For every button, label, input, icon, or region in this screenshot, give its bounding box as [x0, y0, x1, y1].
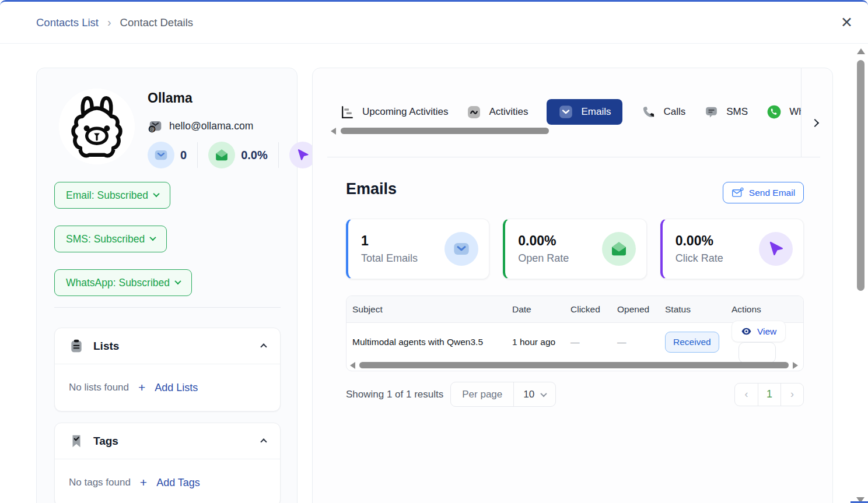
email-stat-cards: 1 Total Emails 0.00% Open Rate — [346, 219, 804, 279]
tags-title: Tags — [93, 435, 118, 448]
add-lists-button[interactable]: Add Lists — [155, 382, 198, 394]
click-rate-value: 0.00% — [676, 233, 723, 249]
tags-section-header[interactable]: Tags — [55, 423, 280, 459]
whatsapp-subscription-dropdown[interactable]: WhatsApp: Subscribed — [54, 269, 192, 296]
open-rate-label: Open Rate — [518, 252, 569, 265]
tab-label: Emails — [581, 106, 611, 118]
scrollbar-thumb[interactable] — [857, 60, 864, 291]
lists-empty-text: No lists found — [69, 382, 129, 393]
open-rate-value: 0.00% — [518, 233, 569, 249]
breadcrumb-separator-icon: › — [107, 16, 111, 29]
emails-count-stat: 0 — [148, 142, 187, 168]
envelope-at-icon: @ — [148, 118, 163, 133]
status-badge[interactable]: Received — [665, 332, 719, 353]
collapse-chevron-up-icon[interactable] — [261, 436, 266, 446]
total-emails-label: Total Emails — [361, 252, 418, 265]
scroll-up-arrow-icon[interactable] — [857, 48, 865, 54]
close-icon[interactable]: ✕ — [841, 15, 853, 30]
scroll-left-arrow-icon[interactable] — [350, 362, 355, 369]
chevron-down-icon — [150, 234, 156, 240]
emails-panel-title: Emails — [346, 180, 397, 198]
divider — [54, 307, 281, 308]
tab-calls[interactable]: Calls — [641, 105, 685, 119]
collapse-chevron-up-icon[interactable] — [261, 341, 266, 351]
plus-icon: + — [140, 476, 147, 490]
breadcrumb-contact-details: Contact Details — [120, 16, 193, 29]
chevron-right-icon — [811, 119, 819, 127]
vertical-scrollbar[interactable] — [854, 46, 867, 503]
email-subscription-dropdown[interactable]: Email: Subscribed — [54, 182, 170, 209]
avatar — [59, 89, 135, 164]
lists-section: Lists No lists found + Add Lists — [54, 328, 281, 411]
header-date: Date — [512, 304, 570, 315]
open-envelope-icon — [208, 142, 235, 168]
next-page-button[interactable]: › — [780, 384, 803, 406]
breadcrumb-contacts-list[interactable]: Contacts List — [36, 16, 99, 29]
sms-subscription-label: SMS: Subscribed — [66, 233, 145, 245]
click-cursor-icon — [759, 232, 793, 266]
contact-summary-card: Ollama @ hello@ollama.com 0 — [36, 68, 298, 503]
plus-icon: + — [138, 381, 145, 395]
tab-sms[interactable]: SMS — [704, 105, 748, 119]
per-page-control: Per page 10 — [450, 382, 556, 407]
sms-subscription-dropdown[interactable]: SMS: Subscribed — [54, 226, 167, 252]
contact-name: Ollama — [148, 90, 192, 106]
send-email-icon — [732, 187, 744, 199]
tab-activities[interactable]: Activities — [467, 105, 528, 119]
open-envelope-icon — [602, 232, 636, 266]
current-page[interactable]: 1 — [758, 384, 780, 406]
tab-label: SMS — [726, 106, 748, 118]
cell-opened: — — [617, 337, 665, 347]
divider — [327, 157, 820, 157]
header-subject: Subject — [346, 304, 512, 315]
header-clicked: Clicked — [570, 304, 617, 315]
tags-empty-text: No tags found — [69, 477, 131, 488]
total-emails-card: 1 Total Emails — [346, 219, 489, 279]
tab-label: WhatsApp — [789, 106, 801, 118]
chat-bubble-icon — [704, 105, 719, 119]
open-rate-stat: 0.0% — [208, 142, 268, 168]
tabs-scroll-next-button[interactable] — [807, 114, 822, 132]
gantt-chart-icon — [340, 105, 355, 119]
cell-subject: Multimodal agents with Qwen3.5 — [346, 337, 512, 347]
header-actions: Actions — [732, 304, 804, 315]
send-email-button[interactable]: Send Email — [723, 182, 804, 203]
tab-label: Upcoming Activities — [362, 106, 448, 118]
modal-header: Contacts List › Contact Details ✕ — [0, 2, 868, 44]
per-page-select[interactable]: 10 — [514, 382, 555, 406]
llama-avatar-icon — [59, 89, 135, 164]
emails-count-value: 0 — [180, 149, 187, 162]
tabs-viewport: Upcoming Activities Activities Emails — [327, 99, 801, 125]
divider — [197, 142, 198, 168]
scrollbar-thumb[interactable] — [341, 128, 549, 134]
results-summary: Showing 1 of 1 results — [346, 389, 443, 400]
list-clipboard-icon — [69, 339, 84, 354]
lists-section-header[interactable]: Lists — [55, 328, 280, 364]
scrollbar-thumb[interactable] — [359, 362, 789, 368]
envelope-icon — [558, 104, 573, 119]
open-rate-card: 0.00% Open Rate — [503, 219, 646, 279]
prev-page-button[interactable]: ‹ — [735, 384, 758, 406]
per-page-value: 10 — [523, 389, 534, 400]
tags-section: Tags No tags found + Add Tags — [54, 423, 281, 503]
click-rate-label: Click Rate — [676, 252, 723, 265]
divider — [278, 142, 279, 168]
tab-label: Calls — [663, 106, 685, 118]
breadcrumb: Contacts List › Contact Details — [36, 16, 193, 29]
total-emails-value: 1 — [361, 233, 418, 249]
table-horizontal-scrollbar[interactable] — [350, 361, 800, 369]
tab-emails[interactable]: Emails — [547, 99, 622, 125]
tab-whatsapp[interactable]: WhatsApp — [766, 104, 801, 119]
view-label: View — [757, 326, 776, 337]
add-tags-button[interactable]: Add Tags — [156, 477, 200, 489]
view-button[interactable]: View — [732, 321, 786, 342]
eye-icon — [741, 326, 752, 337]
bookmark-check-icon — [69, 434, 84, 449]
tabs-horizontal-scrollbar[interactable] — [331, 127, 809, 135]
clipped-action-button[interactable] — [738, 342, 776, 363]
per-page-label: Per page — [451, 382, 514, 406]
tab-upcoming-activities[interactable]: Upcoming Activities — [340, 105, 448, 119]
chevron-down-icon — [541, 390, 547, 396]
scroll-right-arrow-icon[interactable] — [793, 362, 798, 369]
scroll-left-arrow-icon[interactable] — [331, 128, 336, 135]
